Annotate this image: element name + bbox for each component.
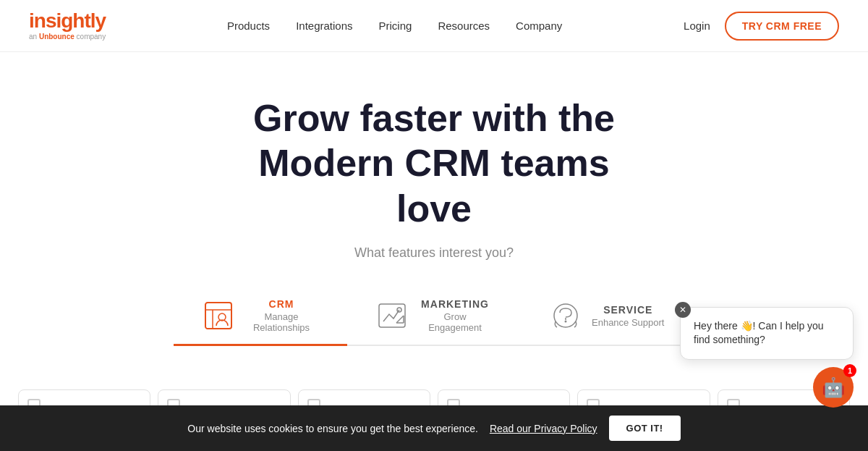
tab-marketing[interactable]: MARKETING Grow Engagement: [347, 287, 521, 345]
header: insightly an Unbounce company Products I…: [0, 0, 868, 52]
tab-crm-desc: Manage Relationships: [244, 311, 318, 333]
nav-resources[interactable]: Resources: [438, 20, 490, 32]
chat-message: Hey there 👋! Can I help you find somethi…: [694, 319, 840, 347]
try-crm-button[interactable]: TRY CRM FREE: [725, 12, 839, 41]
hero-title: Grow faster with the Modern CRM teams lo…: [217, 96, 651, 231]
logo-sub: an Unbounce company: [29, 33, 106, 41]
chat-bubble: ✕ Hey there 👋! Can I help you find somet…: [680, 307, 854, 360]
main-nav: Products Integrations Pricing Resources …: [227, 20, 562, 32]
svg-point-10: [565, 321, 567, 323]
crm-icon: [203, 300, 234, 332]
tab-crm[interactable]: CRM Manage Relationships: [174, 287, 347, 345]
cookie-text: Our website uses cookies to ensure you g…: [187, 423, 478, 434]
chat-widget: ✕ Hey there 👋! Can I help you find somet…: [680, 307, 854, 408]
svg-point-9: [554, 304, 577, 327]
nav-integrations[interactable]: Integrations: [296, 20, 352, 32]
cookie-banner: Our website uses cookies to ensure you g…: [0, 405, 868, 451]
header-actions: Login TRY CRM FREE: [684, 12, 839, 41]
nav-pricing[interactable]: Pricing: [379, 20, 412, 32]
service-icon: [550, 300, 582, 332]
cookie-accept-button[interactable]: GOT IT!: [609, 416, 681, 441]
nav-company[interactable]: Company: [516, 20, 562, 32]
nav-products[interactable]: Products: [227, 20, 270, 32]
chat-badge: 1: [843, 364, 856, 377]
tab-service[interactable]: SERVICE Enhance Support: [521, 287, 694, 345]
chat-avatar[interactable]: 🤖 1: [813, 367, 854, 408]
tab-marketing-label: MARKETING: [418, 298, 492, 310]
chat-close-button[interactable]: ✕: [675, 302, 691, 318]
tab-marketing-desc: Grow Engagement: [418, 311, 492, 333]
marketing-icon: [376, 300, 408, 332]
privacy-policy-link[interactable]: Read our Privacy Policy: [490, 423, 597, 434]
login-button[interactable]: Login: [684, 20, 710, 32]
tab-service-desc: Enhance Support: [592, 317, 664, 328]
svg-line-6: [396, 316, 404, 323]
feature-tabs: CRM Manage Relationships MARKETING Grow …: [174, 287, 694, 346]
tab-crm-label: CRM: [244, 298, 318, 310]
logo[interactable]: insightly an Unbounce company: [29, 11, 106, 41]
tab-service-label: SERVICE: [592, 304, 664, 316]
hero-subtitle: What features interest you?: [29, 245, 839, 261]
svg-rect-4: [379, 304, 405, 327]
logo-name: insightly: [29, 11, 106, 31]
